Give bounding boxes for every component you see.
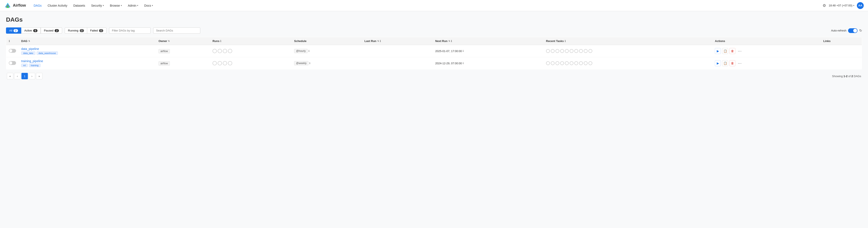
time-display[interactable]: 18:48 +07 (+07:00) ▾: [829, 4, 854, 7]
filter-all-button[interactable]: All 2: [6, 27, 21, 34]
row1-tag-data-lake[interactable]: data_lake: [21, 51, 35, 55]
pagination-first-button[interactable]: «: [7, 73, 13, 79]
row2-owner-cell: airflow: [156, 57, 210, 69]
row2-schedule-info-icon[interactable]: ℹ: [309, 62, 310, 65]
pagination-next-button[interactable]: ›: [29, 73, 35, 79]
task-circle: [574, 61, 578, 65]
pagination-page-1-button[interactable]: 1: [22, 73, 28, 79]
filter-active-button[interactable]: Active 0: [21, 27, 41, 34]
nav-cluster-activity[interactable]: Cluster Activity: [45, 3, 70, 8]
nav-datasets[interactable]: Datasets: [71, 3, 88, 8]
row2-more-options-button[interactable]: ⋯: [737, 60, 743, 66]
filter-failed-button[interactable]: Failed 0: [87, 27, 107, 34]
row1-dag-toggle[interactable]: [9, 49, 16, 53]
task-circle: [546, 49, 550, 53]
row2-delete-dag-button[interactable]: 🗑: [730, 60, 735, 66]
next-run-sort-icon[interactable]: ⇅: [448, 40, 450, 42]
owner-sort-icon[interactable]: ⇅: [168, 40, 170, 42]
navbar: Airflow DAGs Cluster Activity Datasets S…: [0, 0, 868, 11]
time-dropdown-arrow: ▾: [853, 4, 854, 7]
filter-bar: All 2 Active 0 Paused 2 Running 0 Failed…: [6, 27, 862, 34]
row1-delete-dag-button[interactable]: 🗑: [730, 48, 735, 54]
row1-links-cell: [821, 45, 862, 57]
row2-dag-toggle[interactable]: [9, 61, 16, 65]
refresh-icon[interactable]: ↻: [859, 28, 862, 33]
table-row: training_pipeline ml training airflow: [6, 57, 862, 69]
task-circle: [584, 61, 588, 65]
run-circle: [228, 49, 232, 53]
task-circle: [569, 61, 574, 65]
row1-actions-cell: ▶ 📋 🗑 ⋯: [712, 45, 821, 57]
task-circle: [569, 49, 574, 53]
row1-dag-tags: data_lake data_warehouse: [21, 51, 58, 55]
pagination-last-button[interactable]: »: [36, 73, 42, 79]
row2-dag-tags: ml training: [21, 64, 43, 67]
row1-task-circles: [546, 49, 710, 53]
search-dags-input[interactable]: [153, 27, 200, 34]
task-circle: [560, 61, 564, 65]
auto-refresh-label: Auto-refresh: [831, 29, 846, 32]
admin-dropdown-arrow: ▾: [137, 4, 138, 7]
header-info-icon[interactable]: ℹ: [9, 40, 10, 42]
task-circle: [588, 49, 592, 53]
row2-runs-cell: [210, 57, 291, 69]
row2-trigger-dag-button[interactable]: ▶: [715, 60, 721, 66]
task-circle: [551, 61, 555, 65]
row1-next-run-value: 2025-01-07, 17:00:00: [435, 50, 462, 53]
nav-security[interactable]: Security ▾: [89, 3, 106, 8]
th-last-run: Last Run ⇅ ℹ: [362, 37, 433, 45]
row1-schedule-info-icon[interactable]: ℹ: [308, 50, 310, 53]
dag-sort-icon[interactable]: ⇅: [28, 40, 30, 42]
row1-tag-data-warehouse[interactable]: data_warehouse: [37, 51, 58, 55]
row2-actions-cell: ▶ 📋 🗑 ⋯: [712, 57, 821, 69]
nav-docs[interactable]: Docs ▾: [142, 3, 156, 8]
filter-paused-button[interactable]: Paused 2: [41, 27, 62, 34]
task-circle: [555, 49, 559, 53]
all-count-badge: 2: [13, 29, 18, 32]
row2-next-run-cell: 2024-12-29, 07:00:00 ℹ: [433, 57, 544, 69]
last-run-info-icon[interactable]: ℹ: [380, 40, 381, 42]
th-dag: DAG ⇅: [19, 37, 156, 45]
pagination-prev-button[interactable]: ‹: [14, 73, 21, 79]
th-links: Links: [821, 37, 862, 45]
row1-owner-badge: airflow: [158, 49, 170, 53]
nav-admin[interactable]: Admin ▾: [125, 3, 141, 8]
pagination-range: 1-2: [844, 75, 848, 78]
last-run-sort-icon[interactable]: ⇅: [377, 40, 379, 42]
browse-dropdown-arrow: ▾: [121, 4, 122, 7]
th-recent-tasks: Recent Tasks ℹ: [544, 37, 712, 45]
row2-dag-name-link[interactable]: training_pipeline: [21, 59, 43, 63]
next-run-info-icon[interactable]: ℹ: [451, 40, 452, 42]
row1-trigger-dag-button[interactable]: ▶: [715, 48, 721, 54]
settings-icon[interactable]: ⚙: [823, 3, 826, 8]
paused-count-badge: 2: [55, 29, 59, 32]
auto-refresh-toggle[interactable]: [848, 28, 858, 33]
runs-info-icon[interactable]: ℹ: [220, 40, 221, 42]
row2-copy-dag-button[interactable]: 📋: [722, 60, 728, 66]
task-circle: [565, 49, 569, 53]
row2-next-run-value: 2024-12-29, 07:00:00: [435, 62, 462, 65]
filter-running-button[interactable]: Running 0: [65, 27, 87, 34]
tag-filter-input[interactable]: [109, 27, 151, 34]
row1-dag-name-link[interactable]: data_pipeline: [21, 47, 39, 51]
row2-task-circles: [546, 61, 710, 65]
row2-tag-ml[interactable]: ml: [21, 64, 28, 67]
row2-dag-cell: training_pipeline ml training: [19, 57, 156, 69]
row2-toggle-cell: [6, 57, 19, 69]
row1-toggle-cell: [6, 45, 19, 57]
recent-tasks-info-icon[interactable]: ℹ: [565, 40, 566, 42]
row2-next-run-info-icon[interactable]: ℹ: [463, 62, 464, 65]
nav-browse[interactable]: Browse ▾: [107, 3, 124, 8]
user-avatar[interactable]: AA: [857, 2, 864, 9]
task-circle: [565, 61, 569, 65]
pagination-controls: « ‹ 1 › »: [7, 73, 42, 79]
nav-links: DAGs Cluster Activity Datasets Security …: [31, 3, 821, 8]
row2-tag-training[interactable]: training: [29, 64, 40, 67]
nav-dags[interactable]: DAGs: [31, 3, 44, 8]
brand-logo[interactable]: Airflow: [4, 2, 26, 9]
security-dropdown-arrow: ▾: [103, 4, 104, 7]
row1-more-options-button[interactable]: ⋯: [737, 48, 743, 54]
th-info: ℹ: [6, 37, 19, 45]
row1-next-run-info-icon[interactable]: ℹ: [463, 50, 464, 53]
row1-copy-dag-button[interactable]: 📋: [722, 48, 728, 54]
